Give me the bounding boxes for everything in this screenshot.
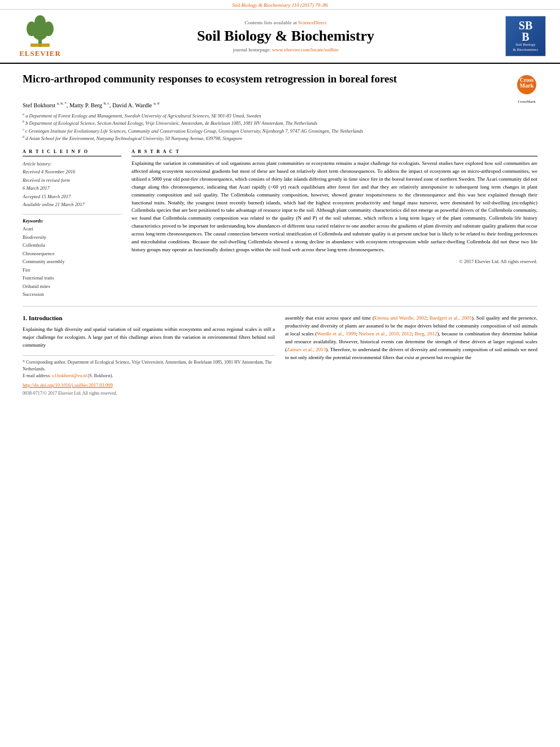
intro-heading-area: 1. Introduction	[23, 314, 275, 321]
footnote-area: * Corresponding author. Department of Ec…	[23, 355, 275, 397]
keyword-community-assembly: Community assembly	[23, 257, 121, 265]
intro-left-col: 1. Introduction Explaining the high dive…	[23, 314, 275, 397]
svg-text:Mark: Mark	[520, 82, 534, 89]
article-info-abstract: A R T I C L E I N F O Article history: R…	[23, 149, 537, 299]
introduction-section: 1. Introduction Explaining the high dive…	[23, 314, 537, 397]
homepage-link[interactable]: www.elsevier.com/locate/soilbio	[272, 47, 338, 53]
journal-citation-bar: Soil Biology & Biochemistry 110 (2017) 7…	[0, 0, 560, 10]
online-date: Available online 21 March 2017	[23, 200, 121, 208]
affiliation-a: a a Department of Forest Ecology and Man…	[23, 112, 537, 120]
email-link[interactable]: s.f.bokhorst@vu.nl	[52, 373, 86, 378]
journal-title-area: Contents lists available at ScienceDirec…	[71, 20, 500, 53]
article-title-area: Micro-arthropod community responses to e…	[23, 72, 537, 95]
keyword-acari: Acari	[23, 225, 121, 233]
elsevier-logo: ELSEVIER	[19, 14, 61, 58]
main-content: Micro-arthropod community responses to e…	[0, 64, 560, 405]
corresponding-note: * Corresponding author. Department of Ec…	[23, 359, 275, 373]
keywords-section: Keywords: Acari Biodiversity Collembola …	[23, 218, 121, 298]
ref-nielsen-2010[interactable]: Nielsen et al., 2010, 2012	[359, 331, 412, 337]
abstract-heading: A B S T R A C T	[132, 149, 537, 156]
keyword-biodiversity: Biodiversity	[23, 233, 121, 241]
journal-logo-box: SB B Soil Biology & Biochemistry	[505, 16, 546, 56]
elsevier-wordmark: ELSEVIER	[19, 49, 61, 58]
ref-berg-2012[interactable]: Berg, 2012	[414, 331, 437, 337]
journal-citation: Soil Biology & Biochemistry 110 (2017) 7…	[232, 2, 327, 8]
keyword-collembola: Collembola	[23, 241, 121, 249]
keywords-title: Keywords:	[23, 218, 121, 224]
journal-homepage: journal homepage: www.elsevier.com/locat…	[233, 47, 339, 53]
journal-title: Soil Biology & Biochemistry	[197, 28, 374, 45]
ref-wardle-1999[interactable]: Wardle et al., 1999	[317, 331, 356, 337]
journal-logo-text: Soil Biology & Biochemistry	[513, 42, 539, 53]
keyword-succession: Succession	[23, 290, 121, 298]
affiliation-b: b b Department of Ecological Science, Se…	[23, 119, 537, 127]
abstract-text: Explaining the variation in communities …	[132, 160, 537, 254]
email-note: E-mail address: s.f.bokhorst@vu.nl (S. B…	[23, 373, 275, 379]
ref-ettema[interactable]: Ettema and Wardle, 2002	[374, 315, 427, 321]
intro-right-col: assembly that exist across space and tim…	[285, 314, 537, 397]
journal-header: ELSEVIER Contents lists available at Sci…	[0, 10, 560, 64]
science-direct-link[interactable]: ScienceDirect	[298, 20, 326, 25]
journal-logo-area: SB B Soil Biology & Biochemistry	[500, 16, 551, 56]
elsevier-tree-icon	[20, 14, 60, 48]
article-history: Article history: Received 4 November 201…	[23, 160, 121, 209]
copyright-line: © 2017 Elsevier Ltd. All rights reserved…	[132, 259, 537, 264]
svg-point-4	[34, 15, 46, 29]
accepted-date: Accepted 15 March 2017	[23, 193, 121, 200]
article-title: Micro-arthropod community responses to e…	[23, 72, 516, 86]
crossmark-label: CrossMark	[516, 99, 537, 104]
ref-bardgett[interactable]: Bardgett et al., 2005	[430, 315, 472, 321]
article-info-col: A R T I C L E I N F O Article history: R…	[23, 149, 121, 299]
issn-note: 0038-0717/© 2017 Elsevier Ltd. All right…	[23, 390, 275, 397]
keyword-chronosequence: Chronosequence	[23, 250, 121, 257]
history-label: Article history:	[23, 160, 121, 168]
received-date: Received 4 November 2016	[23, 168, 121, 176]
authors-line: Stef Bokhorst a, b, *, Matty P. Berg b, …	[23, 101, 537, 108]
elsevier-branding: ELSEVIER	[9, 14, 71, 58]
doi-link[interactable]: http://dx.doi.org/10.1016/j.soilbio.2017…	[23, 382, 275, 389]
affiliations: a a Department of Forest Ecology and Man…	[23, 112, 537, 142]
revised-label: Received in revised form	[23, 176, 121, 184]
crossmark-badge: Cross Mark CrossMark	[516, 74, 537, 95]
keyword-fire: Fire	[23, 266, 121, 274]
article-info-heading: A R T I C L E I N F O	[23, 149, 121, 156]
keywords-divider	[23, 214, 121, 215]
revised-date: 6 March 2017	[23, 184, 121, 192]
keyword-functional-traits: Functional traits	[23, 274, 121, 282]
affiliation-c: c c Groningen Institute for Evolutionary…	[23, 127, 537, 135]
intro-left-text: Explaining the high diversity and spatia…	[23, 326, 275, 350]
keywords-list: Acari Biodiversity Collembola Chronosequ…	[23, 225, 121, 298]
affiliation-d: d d Asian School for the Environment, Na…	[23, 134, 537, 142]
keyword-oribatid: Oribatid mites	[23, 282, 121, 290]
section-divider	[23, 306, 537, 307]
intro-right-text: assembly that exist across space and tim…	[285, 314, 537, 362]
abstract-col: A B S T R A C T Explaining the variation…	[132, 149, 537, 299]
ref-zaitsev[interactable]: Zaitsev et al., 2013	[287, 347, 326, 352]
science-direct-line: Contents lists available at ScienceDirec…	[245, 20, 327, 25]
